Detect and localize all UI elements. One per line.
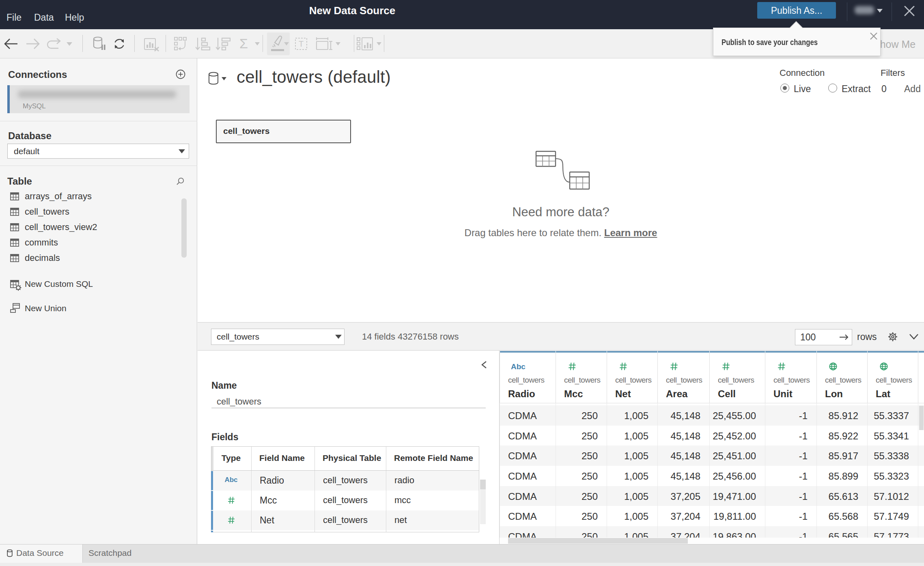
svg-text:T: T <box>299 39 304 48</box>
